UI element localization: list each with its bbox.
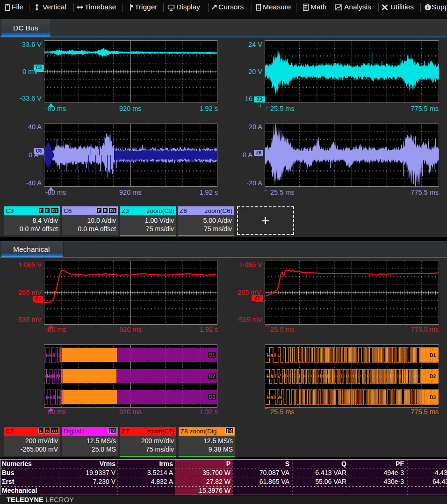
svg-text:Hall U: Hall U [46,352,60,358]
svg-text:Hall V: Hall V [267,373,281,379]
svg-text:Hall U: Hall U [267,352,281,358]
svg-text:D3: D3 [209,394,215,400]
svg-text:D1: D1 [430,352,436,358]
svg-text:D2: D2 [430,373,436,379]
svg-text:Hall W: Hall W [267,394,282,400]
svg-text:Hall W: Hall W [46,394,62,400]
svg-text:D1: D1 [209,352,215,358]
svg-text:D3: D3 [430,394,436,400]
svg-text:Hall V: Hall V [46,373,60,379]
svg-text:D2: D2 [209,374,215,379]
